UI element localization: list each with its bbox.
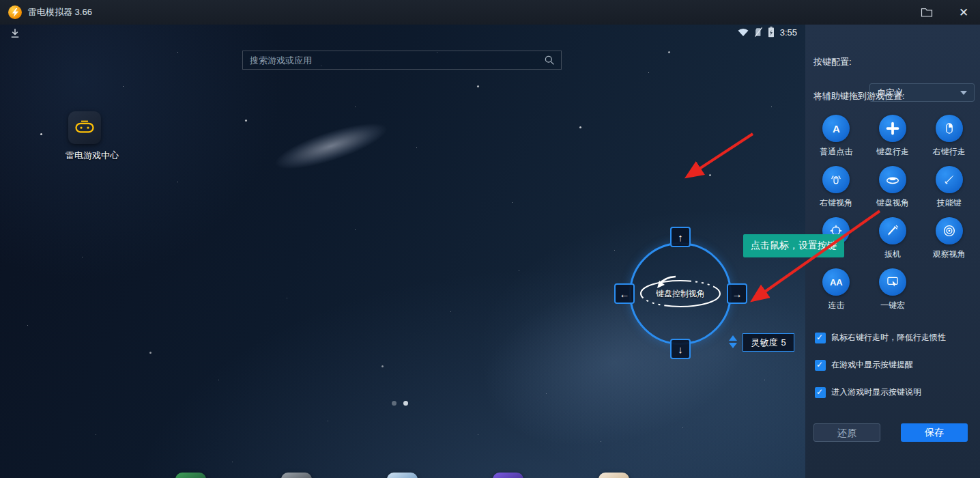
close-icon[interactable]: ✕ xyxy=(951,0,976,25)
tool-label: 普通点击 xyxy=(820,146,852,158)
battery-icon xyxy=(768,27,775,38)
option-label: 鼠标右键行走时，降低行走惯性 xyxy=(831,332,946,343)
checkbox-icon[interactable] xyxy=(815,387,826,398)
arrow-right-icon: → xyxy=(732,288,743,300)
tool-right-click-view[interactable]: 右键视角 xyxy=(808,166,865,217)
option-row[interactable]: 进入游戏时显示按键说明 xyxy=(815,386,946,398)
option-label: 进入游戏时显示按键说明 xyxy=(831,386,921,398)
option-label: 在游戏中显示按键提醒 xyxy=(831,359,913,371)
tool-right-click-walk[interactable]: 右键行走 xyxy=(921,115,977,166)
tool-combo[interactable]: AA 连击 xyxy=(808,268,865,320)
dock-app-3-icon: ↓ xyxy=(387,473,418,478)
game-center-icon xyxy=(68,111,101,144)
dock-app-1[interactable]: ↓ 精灵盛典 xyxy=(139,473,242,478)
window-title: 雷电模拟器 3.66 xyxy=(28,6,92,18)
tool-label: 右键视角 xyxy=(820,197,852,209)
tool-label: 键盘视角 xyxy=(876,197,909,209)
page-dot xyxy=(392,401,397,406)
eye-icon xyxy=(936,217,963,244)
chevron-down-icon xyxy=(960,91,967,95)
wifi-icon xyxy=(737,27,749,38)
mouse-right-icon xyxy=(936,115,963,142)
game-center-label: 雷电游戏中心 xyxy=(66,150,104,162)
save-button[interactable]: 保存 xyxy=(901,423,968,442)
dock-app-1-icon: ↓ xyxy=(175,473,206,478)
glyph-aa: AA xyxy=(830,277,843,287)
option-row[interactable]: 在游戏中显示按键提醒 xyxy=(815,359,946,371)
sensitivity-box: 灵敏度 5 xyxy=(743,333,794,352)
macro-icon xyxy=(879,268,906,296)
sword-icon xyxy=(936,166,963,193)
panel-options: 鼠标右键行走时，降低行走惯性 在游戏中显示按键提醒 进入游戏时显示按键说明 xyxy=(815,332,946,414)
tool-label: 一键宏 xyxy=(880,300,905,311)
app-logo-icon xyxy=(8,5,22,19)
dock-app-5[interactable]: ↓ 一拳超人：最强之男 xyxy=(562,473,665,478)
game-center-app[interactable]: 雷电游戏中心 xyxy=(66,111,104,162)
arrow-down-icon: ↓ xyxy=(678,343,683,355)
tool-label: 连击 xyxy=(828,300,844,311)
restore-button[interactable]: 还原 xyxy=(813,423,880,442)
tool-label: 观察视角 xyxy=(933,249,966,260)
checkbox-icon[interactable] xyxy=(815,360,826,371)
android-screen: 3:55 雷电游戏中心 ↑ ↓ ← → 键盘控制视角 xyxy=(0,25,805,478)
sensitivity-label: 灵敏度 xyxy=(751,337,777,349)
dock-app-3[interactable]: ↓ 龙武 xyxy=(351,473,453,478)
config-label: 按键配置: xyxy=(813,56,852,68)
checkbox-icon[interactable] xyxy=(815,333,826,343)
tool-trigger[interactable]: 扳机 xyxy=(865,217,921,268)
tools-grid: A 普通点击 键盘行走 右键行走 右键视角 xyxy=(808,115,977,320)
download-apk-icon[interactable] xyxy=(9,27,21,40)
tool-label: 键盘行走 xyxy=(876,146,909,158)
dock-app-4[interactable]: ↓ 剑与轮回 xyxy=(457,473,559,478)
tool-observe-view[interactable]: 观察视角 xyxy=(921,217,977,268)
tool-label: 右键行走 xyxy=(933,146,966,158)
emulator-window: 雷电模拟器 3.66 ✕ xyxy=(0,0,980,478)
arrow-up-icon: ↑ xyxy=(678,231,683,243)
trigger-icon xyxy=(879,217,906,244)
no-sim-icon xyxy=(753,27,764,38)
glyph-a: A xyxy=(833,123,840,135)
arrow-left-icon: ← xyxy=(620,288,630,300)
view-left-button[interactable]: ← xyxy=(614,283,635,304)
tooltip: 点击鼠标，设置按键 xyxy=(743,234,844,257)
dpad-cross-icon xyxy=(879,115,906,142)
page-dot-active xyxy=(403,401,408,406)
search-bar[interactable] xyxy=(242,51,562,70)
tool-macro[interactable]: 一键宏 xyxy=(865,268,921,320)
sensitivity-stepper[interactable] xyxy=(729,335,737,348)
tool-label: 技能键 xyxy=(937,197,962,209)
search-input[interactable] xyxy=(243,55,544,66)
view-disc-icon xyxy=(879,166,906,193)
sensitivity-value: 5 xyxy=(781,337,786,348)
normal-click-icon: A xyxy=(822,115,850,142)
view-down-button[interactable]: ↓ xyxy=(670,339,691,359)
search-icon[interactable] xyxy=(544,55,555,66)
sensitivity-up-icon[interactable] xyxy=(729,335,737,341)
open-folder-icon[interactable] xyxy=(914,0,939,25)
tool-keyboard-walk[interactable]: 键盘行走 xyxy=(865,115,921,166)
sensitivity-down-icon[interactable] xyxy=(729,343,737,348)
tool-normal-click[interactable]: A 普通点击 xyxy=(808,115,865,166)
tool-skill-key[interactable]: 技能键 xyxy=(921,166,977,217)
view-control-label: 键盘控制视角 xyxy=(629,288,732,300)
combo-icon: AA xyxy=(822,268,850,296)
dock-app-4-icon: ↓ xyxy=(493,473,523,478)
option-row[interactable]: 鼠标右键行走时，降低行走惯性 xyxy=(815,332,946,343)
dock-app-2[interactable]: ↓ 明日之后 xyxy=(245,473,347,478)
android-status-bar: 3:55 xyxy=(0,25,805,44)
status-time: 3:55 xyxy=(780,27,797,38)
page-indicator xyxy=(392,401,408,406)
title-bar: 雷电模拟器 3.66 ✕ xyxy=(0,0,980,25)
dock-app-5-icon: ↓ xyxy=(599,473,629,478)
mouse-view-icon xyxy=(822,166,850,193)
dock-app-2-icon: ↓ xyxy=(281,473,312,478)
view-right-button[interactable]: → xyxy=(727,283,747,304)
view-up-button[interactable]: ↑ xyxy=(670,227,691,247)
panel-hint: 将辅助键拖到游戏位置: xyxy=(813,90,905,102)
tool-keyboard-view[interactable]: 键盘视角 xyxy=(865,166,921,217)
galaxy-decoration xyxy=(250,104,412,188)
tool-label: 扳机 xyxy=(884,249,901,260)
